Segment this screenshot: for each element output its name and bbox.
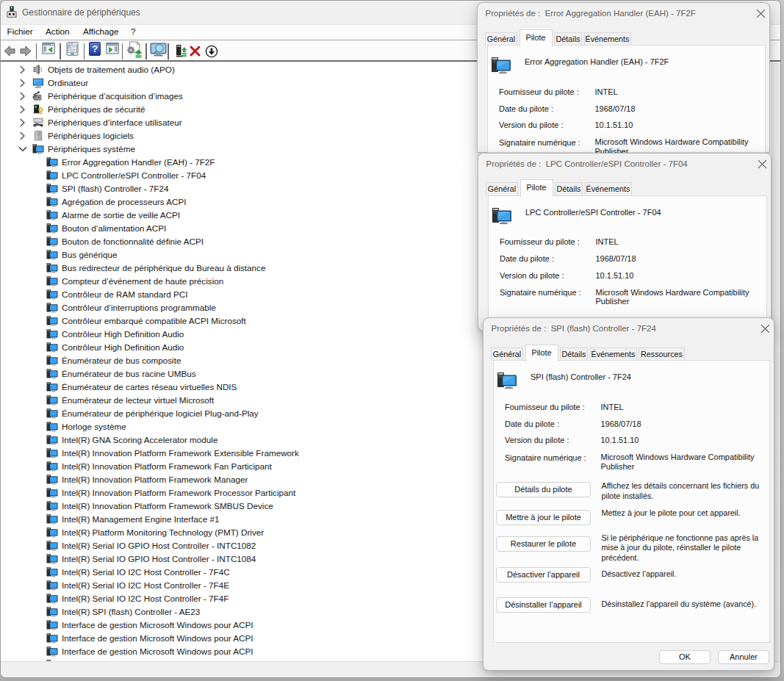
svg-text:?: ? (92, 43, 98, 54)
